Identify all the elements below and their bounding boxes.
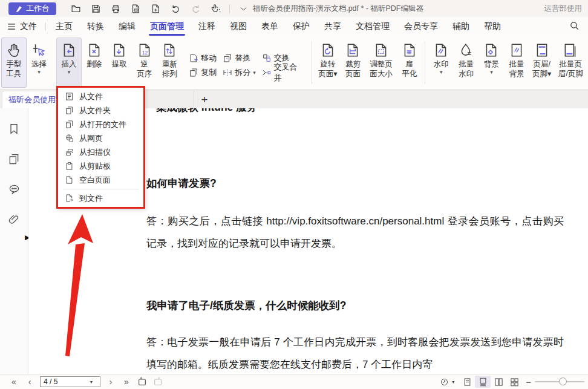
menu-item-to-file[interactable]: 到文件 — [58, 191, 143, 205]
rearrange-pages-button[interactable]: 重新 排列 — [157, 38, 183, 88]
tab-page-management[interactable]: 页面管理 — [143, 17, 191, 36]
tab-comment[interactable]: 注释 — [191, 17, 223, 36]
next-page-button[interactable]: › — [103, 377, 119, 387]
rearrange-pages-label: 重新 排列 — [162, 59, 177, 79]
tab-help[interactable]: 帮助 — [477, 17, 508, 36]
undo-button[interactable] — [166, 1, 186, 16]
batch-background-button[interactable]: 批量 背景 — [504, 38, 529, 88]
file-menu-button[interactable]: 文件 — [7, 21, 43, 32]
page-number-input[interactable] — [41, 378, 90, 386]
pages-panel-button[interactable] — [8, 153, 20, 168]
menu-item-from-web[interactable]: 从网页 — [58, 131, 143, 145]
open-file-button[interactable] — [66, 1, 86, 16]
background-dropdown-caret[interactable]: ▾ — [490, 70, 493, 75]
redo-button[interactable] — [186, 1, 206, 16]
copy-page-button[interactable]: 复制 — [187, 65, 218, 80]
crop-page-button[interactable]: 裁剪 页面 — [341, 38, 366, 88]
batch-watermark-button[interactable]: 批量 水印 — [454, 38, 479, 88]
header-footer-button[interactable]: 页眉/ 页脚▾ — [529, 38, 555, 88]
select-tool-button[interactable]: 选择 ▾ — [27, 38, 52, 88]
attachments-panel-button[interactable] — [8, 214, 20, 228]
delete-page-button[interactable]: 删除 — [82, 38, 107, 88]
first-page-button[interactable]: « — [6, 377, 22, 387]
search-button[interactable] — [569, 21, 580, 33]
doc-answer-1: 答：购买之后，点击链接 http://vip.foxitsoftware.cn/… — [146, 210, 564, 255]
previous-view-button[interactable] — [134, 376, 150, 388]
facing-view-button[interactable] — [491, 376, 506, 388]
menu-item-from-clipboard[interactable]: 从剪贴板 — [58, 159, 143, 173]
print-button[interactable] — [106, 1, 126, 16]
facing-continuous-view-button[interactable] — [506, 376, 522, 388]
hand-tool-button[interactable]: 手型 工具 — [1, 38, 27, 88]
replace-page-button[interactable]: 替换 — [221, 51, 258, 65]
save-button[interactable] — [86, 1, 106, 16]
tab-edit[interactable]: 编辑 — [111, 17, 143, 36]
auto-scroll-caret[interactable]: ▾ — [452, 379, 454, 385]
tab-form[interactable]: 表单 — [254, 17, 286, 36]
page-minus-icon — [131, 4, 141, 14]
zoom-slider[interactable] — [535, 381, 584, 382]
split-page-icon — [223, 68, 232, 77]
svg-text:12: 12 — [142, 50, 148, 56]
pages-icon — [8, 153, 20, 165]
menu-item-from-scanner[interactable]: 从扫描仪 — [58, 145, 143, 159]
reverse-page-order-button[interactable]: 12 逆 页序 — [132, 38, 157, 88]
split-page-button[interactable]: 拆分 ▾ — [221, 65, 258, 80]
hand-icon — [6, 42, 22, 58]
print-icon — [111, 4, 121, 14]
page-number-box: ▾ — [40, 376, 100, 387]
menu-item-from-file[interactable]: 从文件 — [58, 90, 143, 103]
watermark-button[interactable]: 水印 ▾ — [428, 38, 454, 88]
last-page-button[interactable]: » — [119, 377, 134, 387]
menu-item-blank-page[interactable]: 空白页面 — [58, 173, 143, 187]
single-page-view-button[interactable] — [459, 376, 475, 388]
auto-scroll-button[interactable] — [436, 376, 452, 388]
cross-merge-button[interactable]: 交叉合并 — [260, 65, 306, 80]
extract-page-button[interactable]: 提取 — [106, 38, 132, 88]
touch-mode-button[interactable] — [206, 1, 226, 16]
tab-document-management[interactable]: 文档管理 — [348, 17, 397, 36]
watermark-dropdown-caret[interactable]: ▾ — [440, 70, 443, 75]
tab-accessibility[interactable]: 辅助 — [445, 17, 477, 36]
menu-item-from-folder[interactable]: 从文件夹 — [58, 103, 143, 117]
background-icon — [483, 42, 499, 58]
bookmarks-panel-button[interactable] — [8, 123, 20, 137]
rotate-page-button[interactable]: 旋转 页面▾ — [315, 38, 341, 88]
quick-access-toolbar — [66, 1, 253, 16]
comments-panel-button[interactable] — [8, 183, 21, 198]
split-dropdown-caret[interactable]: ▾ — [253, 70, 256, 76]
background-button[interactable]: 背景 ▾ — [479, 38, 505, 88]
menu-separator — [45, 22, 46, 31]
zoom-slider-handle[interactable] — [559, 378, 567, 385]
swap-page-icon — [262, 53, 272, 63]
doc-heading-intune: 集成微软 Intune 服务 — [156, 108, 257, 114]
tab-convert[interactable]: 转换 — [80, 17, 111, 36]
insert-dropdown-caret[interactable]: ▾ — [68, 70, 71, 75]
move-page-button[interactable]: 移动 — [187, 51, 218, 65]
previous-page-button[interactable]: ‹ — [22, 377, 38, 387]
tab-home[interactable]: 主页 — [48, 17, 80, 36]
menu-item-from-open-file[interactable]: 从打开的文件 — [58, 117, 143, 131]
batch-header-footer-button[interactable]: 批量页 眉/页脚 — [554, 38, 587, 88]
batch-header-footer-icon — [563, 42, 578, 58]
tab-member-exclusive[interactable]: 会员专享 — [397, 17, 445, 36]
extract-page-label: 提取 — [112, 59, 127, 69]
resize-page-button[interactable]: 调整页 面大小 — [365, 38, 397, 88]
flatten-button[interactable]: 扁 平化 — [397, 38, 422, 88]
continuous-view-button[interactable] — [475, 376, 491, 388]
next-view-button[interactable] — [150, 376, 166, 388]
insert-page-button[interactable]: 插入 ▾ — [56, 38, 82, 88]
doc-question-2: 我申请了电子/纸质发票，什么时候能收到? — [146, 298, 347, 313]
select-dropdown-caret[interactable]: ▾ — [38, 70, 41, 75]
replace-page-label: 替换 — [235, 53, 250, 64]
workspace-button[interactable]: 工作台 — [8, 2, 56, 15]
tab-protect[interactable]: 保护 — [286, 17, 317, 36]
tab-share[interactable]: 共享 — [317, 17, 348, 36]
new-tab-button[interactable]: + — [194, 91, 215, 108]
add-page-button[interactable] — [146, 1, 166, 16]
tab-view[interactable]: 视图 — [223, 17, 254, 36]
zoom-out-button[interactable]: − — [526, 377, 531, 387]
collapse-ribbon-button[interactable] — [234, 1, 253, 16]
page-dropdown-caret[interactable]: ▾ — [90, 379, 93, 385]
remove-page-button[interactable] — [126, 1, 146, 16]
